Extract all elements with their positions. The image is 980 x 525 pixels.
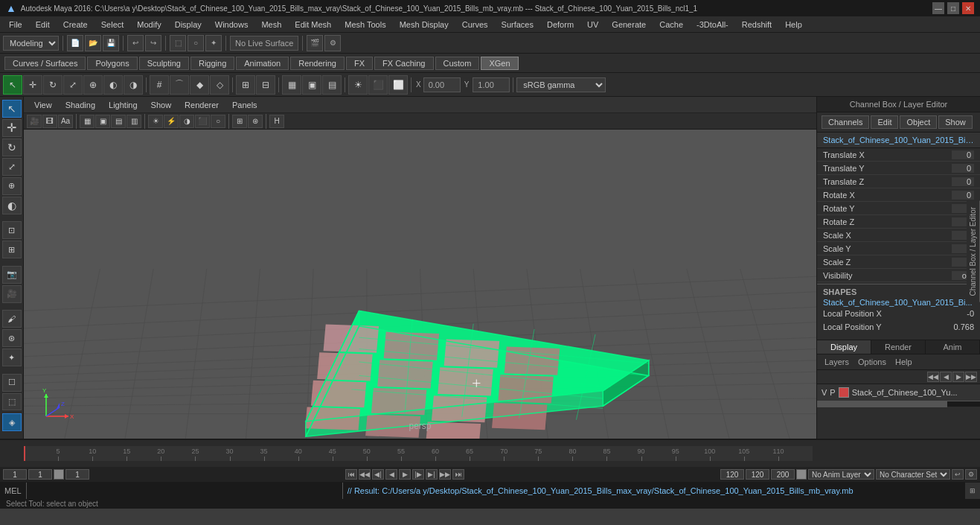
redo-btn[interactable]: ↪ bbox=[145, 35, 161, 51]
channel-row[interactable]: Scale Z1 bbox=[817, 255, 980, 269]
open-file-btn[interactable]: 📂 bbox=[85, 35, 101, 51]
gamma-select[interactable]: sRGB gamma bbox=[516, 77, 606, 92]
frame-display-input[interactable] bbox=[65, 469, 89, 480]
rotate-tool-left[interactable]: ↻ bbox=[2, 139, 22, 156]
vp-film-btn[interactable]: 🎞 bbox=[42, 115, 57, 128]
menu-item-deform[interactable]: Deform bbox=[541, 19, 580, 31]
layer-nav-last[interactable]: ▶▶ bbox=[965, 372, 977, 382]
vp-shaded-btn[interactable]: ▥ bbox=[126, 115, 141, 128]
module-tab-xgen[interactable]: XGen bbox=[481, 57, 518, 70]
menu-item-mesh-display[interactable]: Mesh Display bbox=[394, 19, 455, 31]
anim-layer-select[interactable]: No Anim Layer bbox=[808, 469, 874, 480]
menu-item-mesh-tools[interactable]: Mesh Tools bbox=[339, 19, 391, 31]
xray-left[interactable]: ◈ bbox=[2, 413, 22, 431]
pb-prev-btn[interactable]: ◀ bbox=[385, 469, 397, 480]
show-menu[interactable]: Show bbox=[145, 99, 178, 111]
module-tab-sculpting[interactable]: Sculpting bbox=[139, 57, 189, 70]
menu-item-surfaces[interactable]: Surfaces bbox=[496, 19, 539, 31]
menu-item-help[interactable]: Help bbox=[779, 19, 808, 31]
save-file-btn[interactable]: 💾 bbox=[103, 35, 119, 51]
channel-row[interactable]: Translate Z0 bbox=[817, 175, 980, 188]
display-tab[interactable]: Display bbox=[817, 340, 871, 354]
anim-tab[interactable]: Anim bbox=[926, 340, 980, 354]
module-tab-fx-caching[interactable]: FX Caching bbox=[374, 57, 433, 70]
vp-aa-btn[interactable]: Aa bbox=[58, 115, 73, 128]
channel-row[interactable]: Visibilityon bbox=[817, 269, 980, 282]
menu-item-redshift[interactable]: Redshift bbox=[736, 19, 778, 31]
layer-scrollbar[interactable] bbox=[817, 401, 980, 407]
render2-btn[interactable]: ⚙ bbox=[324, 35, 341, 51]
channel-row[interactable]: Rotate Z0 bbox=[817, 215, 980, 229]
move-tool-left[interactable]: ✛ bbox=[2, 119, 22, 137]
last-tool-left[interactable]: ⊕ bbox=[2, 177, 22, 195]
layer-nav-prev[interactable]: ◀ bbox=[940, 372, 952, 382]
options-tab[interactable]: Options bbox=[855, 357, 889, 367]
menu-item-mesh[interactable]: Mesh bbox=[255, 19, 287, 31]
paint-left[interactable]: 🖌 bbox=[2, 310, 22, 328]
channel-row[interactable]: Translate X0 bbox=[817, 148, 980, 162]
close-btn[interactable]: ✕ bbox=[962, 2, 974, 14]
pb-prev-key-btn[interactable]: ◀◀ bbox=[359, 469, 371, 480]
scale-tool-btn[interactable]: ⤢ bbox=[63, 75, 83, 95]
vp-hud-btn[interactable]: H bbox=[269, 115, 284, 128]
rough-btn[interactable]: ▤ bbox=[322, 75, 342, 95]
menu-item-edit-mesh[interactable]: Edit Mesh bbox=[289, 19, 337, 31]
select-tool-btn[interactable]: ↖ bbox=[3, 75, 22, 95]
edit-tab[interactable]: Edit bbox=[871, 115, 898, 129]
menu-item-cache[interactable]: Cache bbox=[653, 19, 689, 31]
vp-grid-btn[interactable]: ▦ bbox=[80, 115, 95, 128]
bookmark-left[interactable]: ☐ bbox=[2, 374, 22, 392]
smooth-btn[interactable]: ▣ bbox=[302, 75, 321, 95]
maximize-btn[interactable]: □ bbox=[947, 2, 959, 14]
soft-select-left[interactable]: ◐ bbox=[2, 197, 22, 214]
menu-item-create[interactable]: Create bbox=[57, 19, 94, 31]
vp-light1-btn[interactable]: ☀ bbox=[148, 115, 163, 128]
lighting-btn[interactable]: ☀ bbox=[348, 75, 368, 95]
layer-playback[interactable]: P bbox=[830, 388, 835, 397]
snap-point-btn[interactable]: ◆ bbox=[190, 75, 209, 95]
rotate-tool-btn[interactable]: ↻ bbox=[43, 75, 63, 95]
channels-tab[interactable]: Channels bbox=[822, 115, 869, 129]
module-tab-rendering[interactable]: Rendering bbox=[290, 57, 345, 70]
module-tab-polygons[interactable]: Polygons bbox=[87, 57, 137, 70]
snap-surface-btn[interactable]: ◇ bbox=[210, 75, 229, 95]
view-left[interactable]: 🎥 bbox=[2, 285, 22, 303]
camera-btn[interactable]: 🎥 bbox=[27, 115, 42, 128]
vp-dof-btn[interactable]: ○ bbox=[211, 115, 225, 128]
attribute-editor-side-tab[interactable]: Channel Box / Layer Editor bbox=[967, 201, 980, 302]
menu-item-curves[interactable]: Curves bbox=[456, 19, 494, 31]
camera-left[interactable]: 📷 bbox=[2, 266, 22, 284]
render-btn[interactable]: 🎬 bbox=[307, 35, 323, 51]
menu-item-uv[interactable]: UV bbox=[581, 19, 604, 31]
pb-next-key-btn[interactable]: ▶▶ bbox=[439, 469, 451, 480]
menu-item-edit[interactable]: Edit bbox=[30, 19, 56, 31]
minimize-btn[interactable]: — bbox=[932, 2, 944, 14]
vp-resolution-btn[interactable]: ⊞ bbox=[232, 115, 247, 128]
vp-wire-btn[interactable]: ▤ bbox=[111, 115, 126, 128]
snap-left[interactable]: ⊞ bbox=[2, 241, 22, 258]
layer-nav-next[interactable]: ▶ bbox=[952, 372, 964, 382]
pb-next-btn[interactable]: |▶ bbox=[412, 469, 424, 480]
vp-light2-btn[interactable]: ⚡ bbox=[164, 115, 179, 128]
timeline[interactable]: 5101520253035404550556065707580859095100… bbox=[0, 440, 980, 467]
channel-row[interactable]: Translate Y0 bbox=[817, 162, 980, 175]
layer-scroll-thumb[interactable] bbox=[817, 401, 947, 407]
channel-value[interactable]: 0 bbox=[952, 191, 974, 200]
channel-row[interactable]: Scale X1 bbox=[817, 229, 980, 242]
layer-row[interactable]: V P Stack_of_Chinese_100_Yu... bbox=[817, 384, 980, 401]
shape-value[interactable]: 0.768 bbox=[953, 322, 974, 331]
layer-nav-first[interactable]: ◀◀ bbox=[927, 372, 939, 382]
snap-grid-btn[interactable]: # bbox=[150, 75, 169, 95]
menu-item-select[interactable]: Select bbox=[95, 19, 130, 31]
lasso-btn[interactable]: ○ bbox=[188, 35, 204, 51]
panels-menu[interactable]: Panels bbox=[226, 99, 263, 111]
texture-btn[interactable]: ⬜ bbox=[388, 75, 408, 95]
layer-color-swatch[interactable] bbox=[839, 387, 849, 398]
shadow-btn[interactable]: ⬛ bbox=[368, 75, 388, 95]
deform-btn[interactable]: ◑ bbox=[124, 75, 143, 95]
playhead[interactable] bbox=[24, 446, 25, 461]
undo-btn[interactable]: ↩ bbox=[127, 35, 144, 51]
workspace-select[interactable]: Modeling bbox=[3, 36, 59, 51]
char-set-select[interactable]: No Character Set bbox=[876, 469, 950, 480]
shape-channel-row[interactable]: Local Position X-0 bbox=[823, 307, 974, 320]
